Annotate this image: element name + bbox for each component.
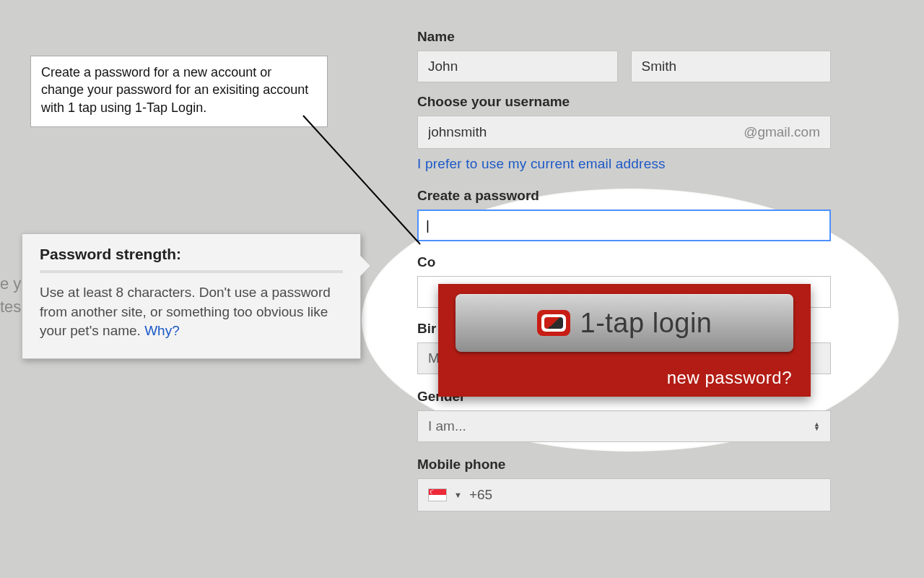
- password-strength-bar: [40, 270, 343, 273]
- last-name-input[interactable]: [631, 51, 832, 82]
- username-suffix: @gmail.com: [733, 124, 830, 140]
- create-password-label: Create a password: [417, 188, 831, 204]
- one-tap-logo-icon: [537, 310, 570, 336]
- username-field[interactable]: @gmail.com: [417, 116, 831, 149]
- password-strength-why-link[interactable]: Why?: [144, 323, 180, 338]
- chevron-updown-icon: ▲▼: [814, 422, 820, 431]
- username-label: Choose your username: [417, 94, 831, 110]
- password-input[interactable]: [417, 210, 831, 241]
- annotation-text: Create a password for a new account or c…: [41, 65, 308, 115]
- chevron-down-icon: ▼: [454, 491, 462, 499]
- username-input[interactable]: [418, 124, 733, 140]
- password-strength-body: Use at least 8 characters. Don't use a p…: [40, 285, 331, 338]
- confirm-password-label: Co: [417, 254, 831, 270]
- one-tap-brand-text: 1-tap login: [580, 308, 712, 339]
- password-strength-title: Password strength:: [40, 246, 343, 263]
- mobile-phone-input[interactable]: ▼ +65: [417, 478, 831, 512]
- gender-value: I am...: [428, 418, 466, 434]
- one-tap-login-button[interactable]: 1-tap login: [456, 294, 793, 352]
- mobile-phone-label: Mobile phone: [417, 457, 831, 473]
- password-strength-tooltip: Password strength: Use at least 8 charac…: [22, 233, 361, 359]
- first-name-input[interactable]: [417, 51, 618, 82]
- use-current-email-link[interactable]: I prefer to use my current email address: [417, 156, 831, 172]
- background-cropped-text-1: e y: [0, 275, 21, 293]
- one-tap-login-popup: 1-tap login new password?: [438, 284, 811, 397]
- name-label: Name: [417, 29, 831, 45]
- flag-sg-icon: [428, 488, 447, 501]
- tooltip-arrow-icon: [360, 256, 370, 276]
- gender-select[interactable]: I am... ▲▼: [417, 410, 831, 442]
- dial-code: +65: [469, 487, 492, 503]
- background-cropped-text-2: tes: [0, 298, 21, 316]
- annotation-callout: Create a password for a new account or c…: [30, 56, 328, 127]
- one-tap-subtext: new password?: [667, 368, 792, 388]
